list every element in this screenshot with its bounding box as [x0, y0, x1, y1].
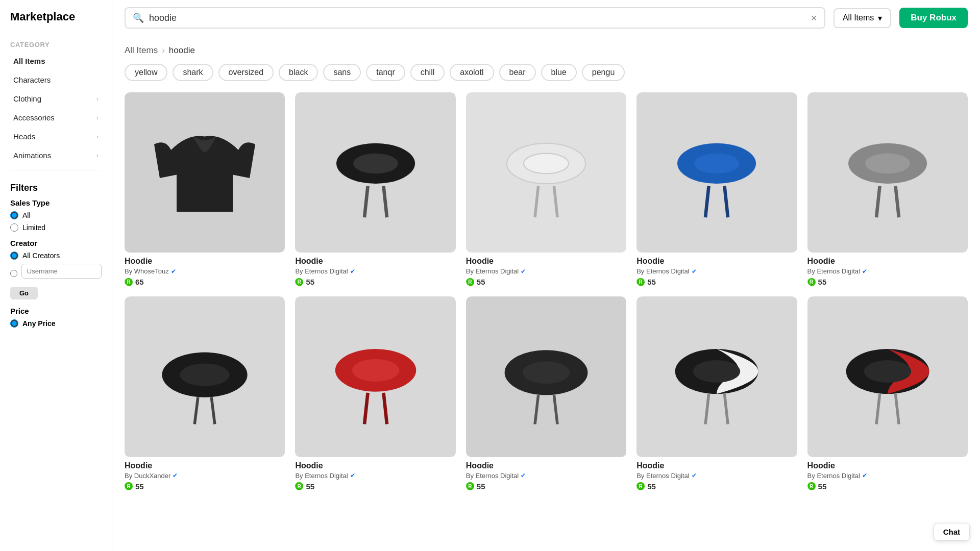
robux-icon: R	[125, 482, 133, 490]
item-price: R 55	[125, 482, 285, 491]
verified-icon: ✔	[692, 472, 697, 479]
app-title: Marketplace	[0, 10, 112, 34]
creator-username-option[interactable]	[10, 264, 102, 283]
item-thumbnail	[466, 296, 626, 457]
item-creator: By Eternos Digital ✔	[636, 267, 797, 275]
creator-username-input[interactable]	[21, 264, 102, 279]
item-price: R 55	[295, 278, 455, 286]
chat-button[interactable]: Chat	[934, 523, 970, 541]
price-title: Price	[10, 307, 102, 315]
item-card[interactable]: Hoodie By Eternos Digital ✔ R 55	[295, 296, 455, 490]
sidebar-divider	[10, 170, 102, 170]
svg-point-17	[180, 363, 230, 386]
item-card[interactable]: Hoodie By Eternos Digital ✔ R 55	[636, 92, 797, 286]
item-price: R 55	[295, 482, 455, 491]
item-name: Hoodie	[636, 257, 797, 266]
svg-line-18	[194, 397, 198, 424]
verified-icon: ✔	[171, 268, 176, 275]
search-input[interactable]	[149, 13, 805, 23]
svg-line-31	[725, 394, 728, 424]
item-creator: By Eternos Digital ✔	[295, 472, 455, 480]
sales-limited-radio[interactable]	[10, 223, 18, 232]
tag-pengu[interactable]: pengu	[582, 64, 625, 81]
item-creator: By Eternos Digital ✔	[295, 267, 455, 275]
svg-line-23	[383, 392, 387, 424]
tag-tanqr[interactable]: tanqr	[366, 64, 405, 81]
sidebar-item-animations[interactable]: Animations ›	[3, 146, 109, 165]
sidebar-item-clothing[interactable]: Clothing ›	[3, 89, 109, 108]
item-price: R 55	[636, 278, 797, 286]
chevron-down-icon: ›	[96, 133, 99, 140]
clear-search-icon[interactable]: ✕	[811, 13, 817, 23]
tag-yellow[interactable]: yellow	[125, 64, 167, 81]
sidebar: Marketplace Category All Items Character…	[0, 0, 112, 551]
item-card[interactable]: Hoodie By Eternos Digital ✔ R 55	[466, 92, 626, 286]
tag-axolotl[interactable]: axolotl	[450, 64, 494, 81]
svg-line-14	[876, 186, 880, 218]
item-card[interactable]: Hoodie By Eternos Digital ✔ R 55	[295, 92, 455, 286]
breadcrumb-home[interactable]: All Items	[125, 45, 158, 56]
filters-title: Filters	[10, 183, 102, 193]
item-card[interactable]: Hoodie By DuckXander ✔ R 55	[125, 296, 285, 490]
tag-shark[interactable]: shark	[173, 64, 213, 81]
robux-icon: R	[636, 278, 645, 286]
item-thumbnail	[295, 92, 455, 253]
price-any-radio[interactable]	[10, 319, 18, 328]
sales-type-title: Sales Type	[10, 198, 102, 207]
svg-point-21	[352, 359, 399, 381]
hoodie-image	[490, 321, 602, 433]
robux-icon: R	[466, 278, 474, 286]
svg-point-5	[524, 154, 569, 174]
svg-point-9	[694, 154, 739, 174]
item-creator: By Eternos Digital ✔	[636, 472, 797, 480]
svg-line-11	[725, 186, 728, 218]
verified-icon: ✔	[350, 472, 355, 479]
sales-all-option[interactable]: All	[10, 211, 102, 219]
item-card[interactable]: Hoodie By Eternos Digital ✔ R 55	[807, 92, 968, 286]
verified-icon: ✔	[350, 268, 355, 275]
chevron-down-icon: ▾	[878, 13, 882, 23]
items-grid: Hoodie By WhoseTouz ✔ R 65	[125, 92, 968, 491]
content-area: All Items › hoodie yellow shark oversize…	[112, 36, 980, 551]
item-card[interactable]: Hoodie By Eternos Digital ✔ R 55	[807, 296, 968, 490]
sidebar-item-all-items[interactable]: All Items	[3, 52, 109, 70]
price-any-option[interactable]: Any Price	[10, 319, 102, 328]
header: 🔍 ✕ All Items ▾ Buy Robux	[112, 0, 980, 36]
tag-sans[interactable]: sans	[323, 64, 361, 81]
sidebar-item-heads[interactable]: Heads ›	[3, 127, 109, 146]
buy-robux-button[interactable]: Buy Robux	[899, 8, 968, 28]
item-creator: By Eternos Digital ✔	[466, 267, 626, 275]
sidebar-item-characters[interactable]: Characters	[3, 70, 109, 89]
sales-limited-option[interactable]: Limited	[10, 223, 102, 232]
tag-bear[interactable]: bear	[499, 64, 536, 81]
category-dropdown[interactable]: All Items ▾	[834, 8, 891, 28]
item-thumbnail	[636, 92, 797, 253]
tag-oversized[interactable]: oversized	[218, 64, 274, 81]
item-thumbnail	[125, 92, 285, 253]
sidebar-item-accessories[interactable]: Accessories ›	[3, 108, 109, 127]
svg-point-33	[864, 360, 911, 383]
item-name: Hoodie	[807, 257, 968, 266]
tag-blue[interactable]: blue	[541, 64, 577, 81]
verified-icon: ✔	[521, 268, 526, 275]
tag-chill[interactable]: chill	[410, 64, 445, 81]
item-price: R 55	[466, 278, 626, 286]
creator-go-button[interactable]: Go	[10, 287, 38, 299]
hoodie-image	[149, 116, 261, 229]
item-name: Hoodie	[125, 461, 285, 470]
sales-all-radio[interactable]	[10, 211, 18, 219]
svg-point-1	[353, 154, 398, 174]
item-card[interactable]: Hoodie By WhoseTouz ✔ R 65	[125, 92, 285, 286]
category-section-label: Category	[0, 34, 112, 52]
creator-username-radio[interactable]	[10, 269, 17, 278]
item-card[interactable]: Hoodie By Eternos Digital ✔ R 55	[466, 296, 626, 490]
chevron-down-icon: ›	[96, 152, 99, 159]
svg-line-19	[211, 397, 215, 424]
item-card[interactable]: Hoodie By Eternos Digital ✔ R 55	[636, 296, 797, 490]
creator-all-option[interactable]: All Creators	[10, 252, 102, 260]
item-price: R 65	[125, 278, 285, 286]
svg-line-34	[876, 394, 880, 424]
tag-black[interactable]: black	[279, 64, 318, 81]
creator-all-radio[interactable]	[10, 252, 18, 260]
tags-row: yellow shark oversized black sans tanqr …	[125, 64, 968, 81]
